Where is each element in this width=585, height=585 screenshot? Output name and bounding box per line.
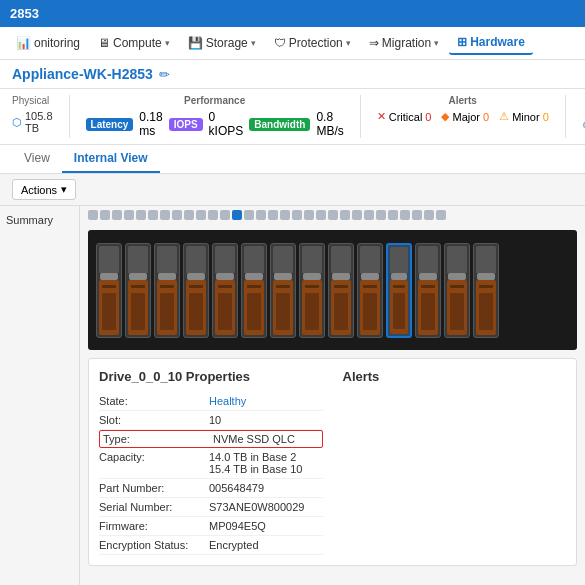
drive-handle-5 bbox=[245, 273, 263, 280]
drive-slot-1[interactable] bbox=[125, 243, 151, 338]
dot-1[interactable] bbox=[100, 210, 110, 220]
dot-17[interactable] bbox=[292, 210, 302, 220]
drive-slot-7[interactable] bbox=[299, 243, 325, 338]
prop-row-7: Encryption Status:Encrypted bbox=[99, 536, 323, 555]
drive-slot-12[interactable] bbox=[444, 243, 470, 338]
major-value: 0 bbox=[483, 111, 489, 123]
latency-badge: Latency bbox=[86, 118, 134, 131]
dot-21[interactable] bbox=[340, 210, 350, 220]
drive-handle-0 bbox=[100, 273, 118, 280]
drive-handle-9 bbox=[361, 273, 379, 280]
drive-slot-9[interactable] bbox=[357, 243, 383, 338]
actions-bar: Actions ▾ bbox=[0, 174, 585, 206]
dot-10[interactable] bbox=[208, 210, 218, 220]
prop-key-5: Serial Number: bbox=[99, 501, 209, 513]
drive-slot-10[interactable] bbox=[386, 243, 412, 338]
dot-0[interactable] bbox=[88, 210, 98, 220]
dot-13[interactable] bbox=[244, 210, 254, 220]
drive-slot-2[interactable] bbox=[154, 243, 180, 338]
drive-body-0 bbox=[99, 280, 119, 334]
drive-slot-5[interactable] bbox=[241, 243, 267, 338]
title-bar: 2853 bbox=[0, 0, 585, 27]
nav-hardware[interactable]: ⊞ Hardware bbox=[449, 31, 533, 55]
minor-value: 0 bbox=[543, 111, 549, 123]
dot-29[interactable] bbox=[436, 210, 446, 220]
dot-11[interactable] bbox=[220, 210, 230, 220]
nav-monitoring[interactable]: 📊 onitoring bbox=[8, 32, 88, 54]
tab-external-view[interactable]: View bbox=[12, 145, 62, 173]
alert-group: ✕ Critical 0 ◆ Major 0 ⚠ Minor 0 bbox=[377, 110, 549, 123]
storage-icon: 💾 bbox=[188, 36, 203, 50]
physical-icon: ⬡ bbox=[12, 116, 22, 129]
dot-8[interactable] bbox=[184, 210, 194, 220]
drive-slot-11[interactable] bbox=[415, 243, 441, 338]
prop-val-1: 10 bbox=[209, 414, 221, 426]
tab-row: View Internal View bbox=[0, 145, 585, 174]
physical-amount: 105.8 TB bbox=[25, 110, 53, 134]
drive-slot-3[interactable] bbox=[183, 243, 209, 338]
dot-20[interactable] bbox=[328, 210, 338, 220]
dot-27[interactable] bbox=[412, 210, 422, 220]
dot-9[interactable] bbox=[196, 210, 206, 220]
dot-2[interactable] bbox=[112, 210, 122, 220]
minor-label: Minor bbox=[512, 111, 540, 123]
drive-handle-3 bbox=[187, 273, 205, 280]
drive-slot-4[interactable] bbox=[212, 243, 238, 338]
nav-migration[interactable]: ⇒ Migration ▾ bbox=[361, 32, 447, 54]
drive-slot-13[interactable] bbox=[473, 243, 499, 338]
drive-handle-7 bbox=[303, 273, 321, 280]
drive-top-8 bbox=[331, 246, 351, 273]
major-icon: ◆ bbox=[441, 110, 449, 123]
prop-row-1: Slot:10 bbox=[99, 411, 323, 430]
drive-body-11 bbox=[418, 280, 438, 334]
actions-button[interactable]: Actions ▾ bbox=[12, 179, 76, 200]
dot-22[interactable] bbox=[352, 210, 362, 220]
drive-body-7 bbox=[302, 280, 322, 334]
dot-15[interactable] bbox=[268, 210, 278, 220]
drive-body-10 bbox=[390, 280, 408, 333]
dot-25[interactable] bbox=[388, 210, 398, 220]
drive-body-8 bbox=[331, 280, 351, 334]
dot-23[interactable] bbox=[364, 210, 374, 220]
migration-chevron: ▾ bbox=[434, 38, 439, 48]
dot-6[interactable] bbox=[160, 210, 170, 220]
alerts-title: Alerts bbox=[343, 369, 567, 384]
prop-key-3: Capacity: bbox=[99, 451, 209, 463]
dot-19[interactable] bbox=[316, 210, 326, 220]
drive-top-13 bbox=[476, 246, 496, 273]
prop-val-2: NVMe SSD QLC bbox=[213, 433, 295, 445]
drive-top-6 bbox=[273, 246, 293, 273]
drive-slot-0[interactable] bbox=[96, 243, 122, 338]
dot-24[interactable] bbox=[376, 210, 386, 220]
prop-row-6: Firmware:MP094E5Q bbox=[99, 517, 323, 536]
edit-icon[interactable]: ✏ bbox=[159, 67, 170, 82]
drive-slot-6[interactable] bbox=[270, 243, 296, 338]
drive-slot-8[interactable] bbox=[328, 243, 354, 338]
dot-7[interactable] bbox=[172, 210, 182, 220]
prop-key-7: Encryption Status: bbox=[99, 539, 209, 551]
dots-row bbox=[80, 206, 585, 222]
drive-body-4 bbox=[215, 280, 235, 334]
drive-top-2 bbox=[157, 246, 177, 273]
nav-storage[interactable]: 💾 Storage ▾ bbox=[180, 32, 264, 54]
iops-value: 0 kIOPS bbox=[209, 110, 244, 138]
minor-alert: ⚠ Minor 0 bbox=[499, 110, 549, 123]
prop-val-4: 005648479 bbox=[209, 482, 264, 494]
dot-16[interactable] bbox=[280, 210, 290, 220]
drive-body-6 bbox=[273, 280, 293, 334]
tab-internal-view[interactable]: Internal View bbox=[62, 145, 160, 173]
critical-icon: ✕ bbox=[377, 110, 386, 123]
dot-4[interactable] bbox=[136, 210, 146, 220]
nav-protection[interactable]: 🛡 Protection ▾ bbox=[266, 32, 359, 54]
drive-handle-13 bbox=[477, 273, 495, 280]
dot-5[interactable] bbox=[148, 210, 158, 220]
dot-12[interactable] bbox=[232, 210, 242, 220]
dot-3[interactable] bbox=[124, 210, 134, 220]
dot-18[interactable] bbox=[304, 210, 314, 220]
dot-14[interactable] bbox=[256, 210, 266, 220]
prop-row-3: Capacity:14.0 TB in Base 215.4 TB in Bas… bbox=[99, 448, 323, 479]
nav-compute[interactable]: 🖥 Compute ▾ bbox=[90, 32, 178, 54]
drive-handle-8 bbox=[332, 273, 350, 280]
dot-26[interactable] bbox=[400, 210, 410, 220]
dot-28[interactable] bbox=[424, 210, 434, 220]
